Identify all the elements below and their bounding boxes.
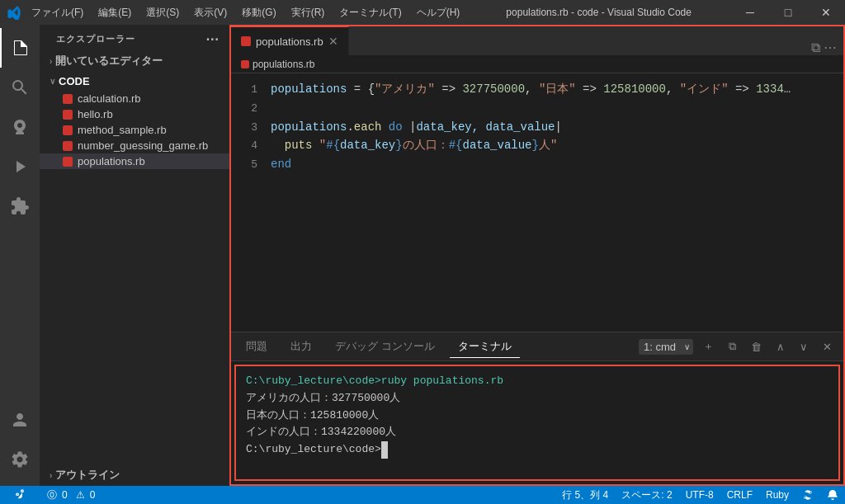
code-line-5: 5 end [231, 155, 843, 174]
status-errors[interactable]: ⓪ 0 ⚠ 0 [40, 486, 101, 504]
activitybar-bottom [0, 400, 40, 486]
code-folder-label: CODE [59, 75, 90, 87]
tab-close-button[interactable]: ✕ [328, 35, 338, 48]
menu-help[interactable]: ヘルプ(H) [410, 4, 467, 21]
status-row-col[interactable]: 行 5、列 4 [555, 486, 615, 504]
activity-settings[interactable] [0, 440, 40, 479]
terminal-content[interactable]: C:\ruby_lecture\code>ruby populations.rb… [234, 365, 840, 481]
split-editor-icon[interactable]: ⧉ [811, 40, 820, 55]
maximize-panel-button[interactable]: ∧ [772, 339, 790, 355]
close-button[interactable]: ✕ [807, 0, 845, 25]
sidebar-item-populations[interactable]: populations.rb [40, 153, 229, 169]
sidebar-more-icon[interactable]: ⋯ [205, 31, 220, 47]
terminal-tab-debug-console[interactable]: デバッグ コンソール [327, 336, 443, 357]
editor-area: populations.rb ✕ ⧉ ⋯ populations.rb 1 po… [229, 25, 845, 486]
sidebar-item-number-guessing[interactable]: number_guessing_game.rb [40, 138, 229, 153]
status-git-branch[interactable] [7, 486, 34, 504]
status-spaces[interactable]: スペース: 2 [615, 486, 678, 504]
breadcrumb-file-icon [241, 60, 249, 68]
sidebar-item-calculation[interactable]: calculation.rb [40, 91, 229, 106]
terminal-tab-output[interactable]: 出力 [282, 336, 320, 357]
menu-go[interactable]: 移動(G) [235, 4, 282, 21]
activitybar [0, 25, 40, 486]
terminal-shell-selector[interactable]: 1: cmd [639, 339, 693, 355]
terminal-tabs: 問題 出力 デバッグ コンソール ターミナル 1: cmd ＋ ⧉ 🗑 ∧ ∨ … [231, 332, 843, 361]
file-calculation-label: calculation.rb [78, 92, 141, 105]
sidebar: エクスプローラー ⋯ › 開いているエディター ∨ CODE calculati… [40, 25, 229, 486]
ruby-tab-icon [241, 36, 251, 46]
more-actions-icon[interactable]: ⋯ [824, 40, 837, 55]
minimize-button[interactable]: ─ [731, 0, 769, 25]
statusbar-left: ⓪ 0 ⚠ 0 [0, 486, 101, 504]
menu-terminal[interactable]: ターミナル(T) [333, 4, 408, 21]
sidebar-section-outline: › アウトライン [40, 464, 229, 486]
breadcrumb: populations.rb [231, 55, 843, 73]
ruby-file-icon [63, 141, 73, 151]
tab-populations[interactable]: populations.rb ✕ [231, 26, 349, 55]
menu-view[interactable]: 表示(V) [187, 4, 234, 21]
sidebar-section-open-editors: › 開いているエディター [40, 50, 229, 72]
statusbar: ⓪ 0 ⚠ 0 行 5、列 4 スペース: 2 UTF-8 CRLF Ruby [0, 486, 845, 504]
terminal-shell-selector-wrapper: 1: cmd [639, 339, 693, 355]
tab-label: populations.rb [256, 35, 323, 48]
line-content-1: populations = {"アメリカ" => 327750000, "日本"… [271, 80, 843, 98]
titlebar: ファイル(F) 編集(E) 選択(S) 表示(V) 移動(G) 実行(R) ター… [0, 0, 845, 25]
activity-debug[interactable] [0, 147, 40, 186]
status-language[interactable]: Ruby [759, 486, 795, 504]
ruby-file-icon [63, 125, 73, 135]
maximize-button[interactable]: □ [769, 0, 807, 25]
terminal-output-1: アメリカの人口：327750000人 [246, 392, 400, 404]
menu-file[interactable]: ファイル(F) [25, 4, 90, 21]
code-line-3: 3 populations.each do |data_key, data_va… [231, 118, 843, 137]
kill-terminal-button[interactable]: 🗑 [746, 339, 767, 355]
menu-run[interactable]: 実行(R) [285, 4, 332, 21]
chevron-down-icon: ∨ [50, 77, 55, 86]
code-editor[interactable]: 1 populations = {"アメリカ" => 327750000, "日… [231, 73, 843, 332]
terminal-output-2: 日本の人口：125810000人 [246, 409, 379, 422]
terminal-tab-terminal[interactable]: ターミナル [450, 336, 520, 358]
sidebar-item-method[interactable]: method_sample.rb [40, 122, 229, 138]
chevron-icon: › [50, 471, 52, 480]
line-number-5: 5 [231, 157, 271, 174]
activity-search[interactable] [0, 68, 40, 107]
new-terminal-button[interactable]: ＋ [698, 337, 719, 356]
activity-explorer[interactable] [0, 28, 40, 68]
sidebar-title: エクスプローラー [56, 33, 135, 45]
sidebar-item-hello[interactable]: hello.rb [40, 106, 229, 122]
sidebar-code-header[interactable]: ∨ CODE [40, 72, 229, 91]
split-terminal-button[interactable]: ⧉ [724, 338, 741, 355]
activity-account[interactable] [0, 400, 40, 440]
titlebar-menu: ファイル(F) 編集(E) 選択(S) 表示(V) 移動(G) 実行(R) ター… [25, 4, 466, 21]
line-number-1: 1 [231, 82, 271, 99]
close-panel-button[interactable]: ✕ [818, 339, 837, 355]
sidebar-outline-header[interactable]: › アウトライン [40, 464, 229, 486]
error-count: 0 [62, 489, 68, 501]
terminal-tab-problems[interactable]: 問題 [238, 336, 276, 357]
menu-edit[interactable]: 編集(E) [92, 4, 138, 21]
terminal-line-5: C:\ruby_lecture\code> [246, 441, 828, 459]
status-encoding[interactable]: UTF-8 [679, 486, 720, 504]
activity-extensions[interactable] [0, 186, 40, 226]
titlebar-left: ファイル(F) 編集(E) 選択(S) 表示(V) 移動(G) 実行(R) ター… [0, 4, 466, 21]
file-populations-label: populations.rb [78, 155, 145, 167]
ruby-file-icon [63, 110, 73, 120]
activity-git[interactable] [0, 107, 40, 147]
file-number-guessing-label: number_guessing_game.rb [78, 139, 208, 152]
status-line-ending[interactable]: CRLF [720, 486, 759, 504]
menu-select[interactable]: 選択(S) [139, 4, 186, 21]
ruby-file-icon [63, 157, 73, 167]
sidebar-open-editors-header[interactable]: › 開いているエディター [40, 50, 229, 72]
line-content-2 [271, 99, 843, 117]
ruby-file-icon [63, 94, 73, 104]
status-bell-icon[interactable] [820, 486, 845, 504]
minimize-panel-button[interactable]: ∨ [795, 339, 813, 355]
error-count-icon: ⓪ [47, 488, 57, 502]
chevron-icon: › [50, 57, 52, 66]
terminal-command: C:\ruby_lecture\code>ruby populations.rb [246, 374, 503, 387]
status-sync-icon[interactable] [795, 486, 820, 504]
editor-tabs: populations.rb ✕ ⧉ ⋯ [231, 26, 843, 55]
line-number-4: 4 [231, 138, 271, 155]
titlebar-title: populations.rb - code - Visual Studio Co… [466, 7, 731, 18]
line-number-2: 2 [231, 101, 271, 118]
terminal-line-2: アメリカの人口：327750000人 [246, 390, 828, 407]
